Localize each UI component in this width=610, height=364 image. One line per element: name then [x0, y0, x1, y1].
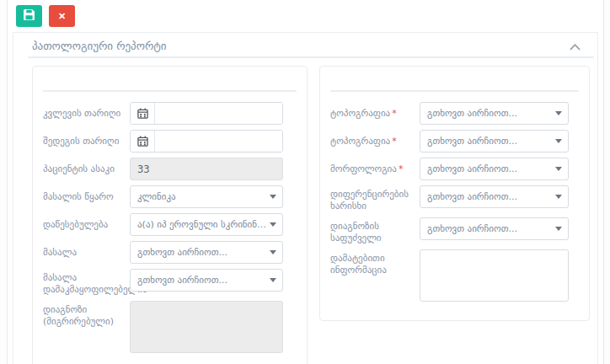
material-select[interactable]: გთხოვთ აირჩიოთ...	[130, 241, 283, 264]
additional-info-textarea[interactable]	[420, 249, 569, 302]
content-container: ✕ პათოლოგიური რეპორტი კვლევის თარიღი	[7, 0, 604, 364]
section-divider	[43, 90, 297, 92]
section-divider	[330, 90, 579, 92]
left-field-group: კვლევის თარიღი	[32, 66, 308, 364]
field-additional-info: დამატებითი ინფორმაცია	[330, 249, 579, 305]
morphology-select[interactable]: გთხოვთ აირჩიოთ...	[420, 158, 569, 180]
chevron-down-icon	[270, 222, 276, 227]
chevron-down-icon	[270, 278, 276, 282]
field-label: დაწესებულება	[43, 219, 130, 231]
save-button[interactable]	[16, 5, 42, 27]
field-study-date: კვლევის თარიღი	[43, 102, 297, 125]
required-marker: *	[392, 136, 397, 147]
field-result-date: შედეგის თარიღი	[43, 130, 297, 153]
field-label: დიაგნოზის საფუძველი	[330, 217, 420, 244]
field-material-satisfactory: მასალა დამაკმაყოფილებელია გთხოვთ აირჩიოთ…	[43, 269, 297, 296]
topography-2-select[interactable]: გთხოვთ აირჩიოთ...	[420, 130, 569, 153]
field-label: შედეგის თარიღი	[43, 136, 130, 147]
calendar-icon[interactable]	[131, 103, 155, 124]
patient-age-value: 33	[130, 158, 283, 180]
field-label: პაციენტის ასაკი	[43, 163, 130, 175]
field-label: ტოპოგრაფია*	[330, 108, 420, 120]
floppy-icon	[24, 9, 35, 23]
field-institution: დაწესებულება ა(ა) იპ ეროვნული სკრინინგ ც…	[43, 213, 297, 236]
field-label: მორფოლოგია*	[330, 163, 420, 175]
panel-header: პათოლოგიური რეპორტი	[13, 33, 597, 56]
material-satisfactory-select[interactable]: გთხოვთ აირჩიოთ...	[130, 269, 283, 292]
chevron-down-icon	[555, 139, 562, 143]
chevron-down-icon	[555, 167, 562, 171]
required-marker: *	[392, 108, 397, 119]
pathology-report-panel: პათოლოგიური რეპორტი კვლევის თარიღი	[13, 32, 598, 364]
chevron-up-icon	[570, 38, 581, 54]
panel-body: კვლევის თარიღი	[13, 58, 597, 364]
topography-1-select[interactable]: გთხოვთ აირჩიოთ...	[420, 102, 569, 125]
field-material-source: მასალის წყარო კლინიკა	[43, 185, 297, 208]
institution-select[interactable]: ა(ა) იპ ეროვნული სკრინინგ ცენტრ...	[130, 213, 283, 236]
field-label: ტოპოგრაფია*	[330, 136, 420, 147]
right-field-group: ტოპოგრაფია* გთხოვთ აირჩიოთ... ტოპოგრაფია…	[319, 66, 590, 321]
chevron-down-icon	[555, 111, 562, 115]
chevron-down-icon	[555, 195, 562, 199]
collapse-button[interactable]	[570, 38, 581, 54]
chevron-down-icon	[270, 250, 276, 254]
result-date-input[interactable]	[155, 131, 282, 152]
calendar-icon[interactable]	[131, 131, 155, 152]
field-patient-age: პაციენტის ასაკი 33	[43, 158, 297, 180]
field-morphology: მორფოლოგია* გთხოვთ აირჩიოთ...	[330, 158, 579, 180]
close-button[interactable]: ✕	[49, 5, 75, 27]
material-source-select[interactable]: კლინიკა	[130, 185, 283, 208]
field-differentiation-grade: დიფერენცირების ხარისხი გთხოვთ აირჩიოთ...	[330, 185, 579, 212]
spacer	[43, 77, 297, 90]
field-diagnosis-migrated: დიაგნოზი (მიგრირებული)	[43, 301, 297, 356]
study-date-input[interactable]	[155, 103, 282, 124]
field-label: მასალა	[43, 247, 130, 259]
field-label: კვლევის თარიღი	[43, 108, 130, 120]
field-topography-2: ტოპოგრაფია* გთხოვთ აირჩიოთ...	[330, 130, 579, 153]
required-marker: *	[399, 163, 404, 174]
field-label: დამატებითი ინფორმაცია	[330, 249, 420, 276]
field-label: მასალის წყარო	[43, 191, 130, 203]
diagnosis-basis-select[interactable]: გთხოვთ აირჩიოთ...	[420, 217, 569, 240]
field-material: მასალა გთხოვთ აირჩიოთ...	[43, 241, 297, 264]
spacer	[330, 77, 579, 90]
panel-title: პათოლოგიური რეპორტი	[32, 40, 167, 52]
field-label: დიაგნოზი (მიგრირებული)	[43, 301, 130, 328]
chevron-down-icon	[270, 195, 276, 199]
toolbar: ✕	[8, 0, 603, 27]
diagnosis-migrated-textarea	[130, 301, 283, 353]
field-topography-1: ტოპოგრაფია* გთხოვთ აირჩიოთ...	[330, 102, 579, 125]
field-diagnosis-basis: დიაგნოზის საფუძველი გთხოვთ აირჩიოთ...	[330, 217, 579, 244]
chevron-down-icon	[555, 227, 562, 231]
differentiation-grade-select[interactable]: გთხოვთ აირჩიოთ...	[420, 185, 569, 208]
field-label: დიფერენცირების ხარისხი	[330, 185, 420, 212]
field-label: მასალა დამაკმაყოფილებელია	[43, 269, 130, 296]
x-icon: ✕	[58, 11, 66, 22]
